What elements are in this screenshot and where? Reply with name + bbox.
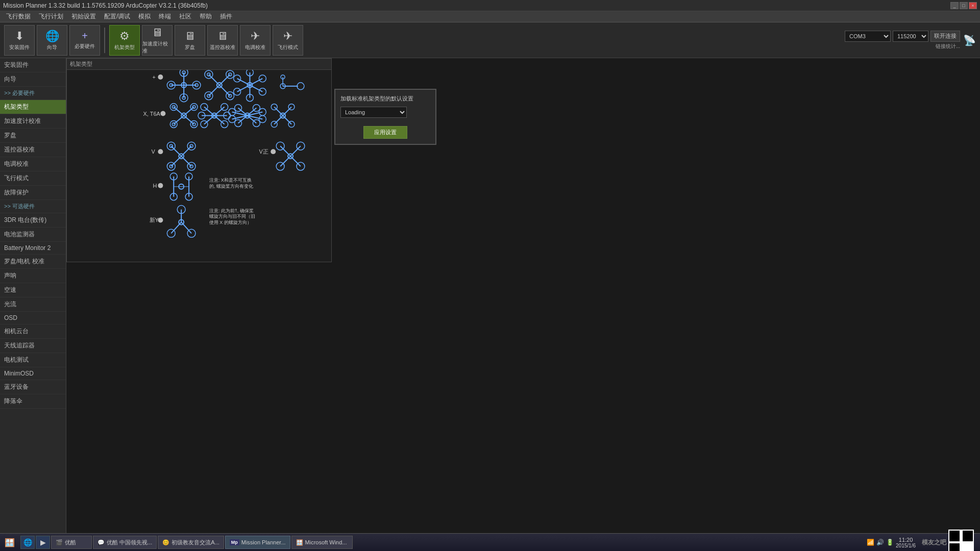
svg-line-14 — [209, 74, 219, 85]
sidebar-item-parachute[interactable]: 降落伞 — [0, 394, 66, 409]
apply-settings-button[interactable]: 应用设置 — [363, 126, 407, 139]
sidebar-item-accel[interactable]: 加速度计校准 — [0, 114, 66, 129]
sidebar-item-compass[interactable]: 罗盘 — [0, 129, 66, 143]
sidebar-item-optical[interactable]: 光流 — [0, 297, 66, 312]
svg-line-23 — [219, 85, 230, 96]
loading-dropdown[interactable]: Loading — [340, 107, 407, 118]
sidebar-item-wizard[interactable]: 向导 — [0, 72, 66, 87]
frame-plus — [167, 70, 201, 102]
menu-config[interactable]: 配置/调试 — [100, 11, 134, 22]
connect-button[interactable]: 联开连接 — [930, 31, 960, 42]
sidebar-item-bluetooth[interactable]: 蓝牙设备 — [0, 380, 66, 394]
sidebar-item-3dr[interactable]: 3DR 电台(数传) — [0, 213, 66, 228]
radio-label: 遥控器校准 — [210, 44, 235, 51]
svg-line-45 — [174, 107, 184, 116]
menu-initial-setup[interactable]: 初始设置 — [67, 11, 100, 22]
link-stats[interactable]: 链接统计... — [936, 43, 960, 50]
svg-point-38 — [259, 88, 266, 95]
clock: 11:20 2015/1/6 — [896, 537, 916, 548]
sidebar-item-airspeed[interactable]: 空速 — [0, 283, 66, 297]
sidebar-item-battery[interactable]: 电池监测器 — [0, 228, 66, 242]
dialog-title: 加载标准机架类型的默认设置 — [340, 95, 430, 103]
frame-x — [205, 70, 234, 100]
svg-line-48 — [184, 107, 194, 116]
sidebar-item-flightmode[interactable]: 飞行模式 — [0, 171, 66, 186]
svg-line-51 — [174, 116, 184, 124]
h-note-2: 的, 螺旋桨方向有变化 — [209, 184, 253, 189]
svg-point-111 — [276, 142, 284, 150]
install-firmware-btn[interactable]: ⬇ 安装固件 — [4, 25, 35, 56]
sidebar-item-radio[interactable]: 遥控器校准 — [0, 143, 66, 157]
sidebar-item-frametype[interactable]: 机架类型 — [0, 100, 66, 114]
battery-icon: 🔋 — [886, 539, 894, 546]
frame-row2-3 — [229, 105, 266, 127]
svg-line-106 — [181, 156, 191, 166]
baud-rate-select[interactable]: 115200 — [893, 31, 928, 42]
taskbar-windows[interactable]: 🪟 Microsoft Wind... — [291, 536, 353, 549]
menu-flight-data[interactable]: 飞行数据 — [2, 11, 35, 22]
sidebar-item-compass-motor[interactable]: 罗盘/电机 校准 — [0, 255, 66, 269]
titlebar: Mission Planner 1.3.32 build 1.1.5765.19… — [0, 0, 980, 11]
taskbar-mp[interactable]: Mp Mission Planner... — [225, 536, 290, 549]
svg-point-104 — [167, 162, 175, 170]
sidebar-item-failsafe[interactable]: 故障保护 — [0, 186, 66, 200]
flight-mode-btn[interactable]: ✈ 飞行模式 — [273, 25, 303, 56]
required-hw-btn[interactable]: + 必要硬件 — [69, 25, 100, 56]
esc-label: 电调校准 — [245, 44, 265, 51]
maximize-button[interactable]: □ — [960, 2, 968, 9]
menu-community[interactable]: 社区 — [175, 11, 195, 22]
install-icon: ⬇ — [15, 30, 24, 43]
main-area: 安装固件 向导 >> 必要硬件 机架类型 加速度计校准 罗盘 遥控器校准 电调校… — [0, 58, 980, 533]
start-button[interactable]: 🪟 — [2, 535, 17, 549]
required-icon: + — [82, 30, 88, 42]
mp-label: Mission Planner... — [241, 539, 286, 545]
menu-help[interactable]: 帮助 — [195, 11, 216, 22]
svg-point-22 — [207, 94, 210, 97]
svg-point-61 — [221, 104, 228, 111]
sidebar-item-osd[interactable]: OSD — [0, 312, 66, 324]
radio-cal-btn[interactable]: 🖥 遥控器校准 — [207, 25, 238, 56]
sidebar-item-esc[interactable]: 电调校准 — [0, 157, 66, 171]
windows-icon: 🪟 — [296, 539, 303, 546]
sidebar-item-motor-test[interactable]: 电机测试 — [0, 353, 66, 367]
svg-line-114 — [280, 156, 290, 166]
svg-line-92 — [274, 116, 283, 124]
close-button[interactable]: × — [969, 2, 977, 9]
svg-line-110 — [280, 146, 290, 156]
media-icon[interactable]: ▶ — [36, 536, 50, 549]
wizard-btn[interactable]: 🌐 向导 — [37, 25, 67, 56]
mp-icon: Mp — [230, 539, 239, 545]
com-port-select[interactable]: COM3 — [845, 31, 891, 42]
volume-icon: 🔊 — [876, 539, 884, 546]
frame-canvas: + — [67, 70, 331, 262]
x-t6a-dot — [160, 111, 165, 116]
sidebar-item-firmware[interactable]: 安装固件 — [0, 58, 66, 72]
menu-flight-plan[interactable]: 飞行计划 — [35, 11, 67, 22]
compass-btn[interactable]: 🖥 罗盘 — [175, 25, 205, 56]
minimize-button[interactable]: _ — [950, 2, 959, 9]
svg-point-55 — [190, 120, 198, 128]
newy-note-3: 使用 X 的螺旋方向） — [209, 220, 252, 225]
sidebar-item-minimosd[interactable]: MinimOSD — [0, 367, 66, 380]
svg-line-97 — [171, 146, 181, 156]
svg-point-36 — [234, 88, 241, 95]
h-dot — [158, 183, 163, 188]
taskbar-youku2[interactable]: 💬 优酷 中国领先视... — [93, 536, 157, 549]
taskbar-chat[interactable]: 😊 初级教友音交流A... — [158, 536, 224, 549]
vplus-dot — [271, 149, 276, 154]
sidebar-item-camera[interactable]: 相机云台 — [0, 324, 66, 339]
menu-plugins[interactable]: 插件 — [216, 11, 236, 22]
sidebar-item-sonar[interactable]: 声呐 — [0, 269, 66, 283]
menu-terminal[interactable]: 终端 — [155, 11, 175, 22]
sidebar-item-battery2[interactable]: Battery Monitor 2 — [0, 242, 66, 255]
accel-cal-btn[interactable]: 🖥 加速度计校准 — [142, 25, 173, 56]
esc-cal-btn[interactable]: ✈ 电调校准 — [240, 25, 271, 56]
sidebar-item-antenna[interactable]: 天线追踪器 — [0, 339, 66, 353]
taskbar-youku[interactable]: 🎬 优酷 — [51, 536, 92, 549]
signal-icon: 📡 — [963, 34, 976, 46]
ie-icon[interactable]: 🌐 — [20, 536, 35, 549]
frame-type-btn[interactable]: ⚙ 机架类型 — [109, 25, 140, 56]
menu-sim[interactable]: 模拟 — [134, 11, 155, 22]
accel-label: 加速度计校准 — [142, 40, 172, 55]
frame-icon: ⚙ — [119, 30, 130, 43]
